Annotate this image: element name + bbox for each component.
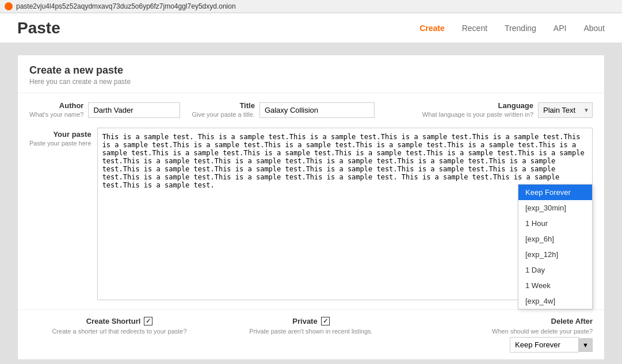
- author-field: Author What's your name?: [29, 101, 180, 118]
- card-header: Create a new paste Here you can create a…: [18, 55, 604, 93]
- delete-after-select-row: ▼: [510, 337, 593, 352]
- browser-icon: [5, 2, 13, 10]
- author-input[interactable]: [88, 102, 180, 118]
- form-top-row: Author What's your name? Title Give your…: [18, 93, 604, 118]
- title-label: Title: [192, 101, 254, 110]
- private-label-row: Private ✓: [292, 317, 329, 325]
- language-hint1: What language is your paste: [422, 111, 502, 118]
- author-label: Author: [29, 101, 83, 110]
- language-hint2: written in?: [505, 111, 533, 118]
- private-label: Private: [292, 317, 317, 325]
- main-content: Create a new paste Here you can create a…: [0, 43, 622, 364]
- language-field: Language What language is your paste wri…: [422, 101, 593, 118]
- site-logo: Paste: [17, 19, 60, 37]
- dropdown-item-4w[interactable]: [exp_4w]: [518, 293, 592, 309]
- dropdown-item-1w[interactable]: 1 Week: [518, 278, 592, 293]
- dropdown-item-12h[interactable]: [exp_12h]: [518, 247, 592, 262]
- title-bar: paste2vju4l4ps5z52aqydmxavq73duz5o6yp6fz…: [0, 0, 622, 13]
- card-title: Create a new paste: [29, 64, 593, 76]
- language-label-block: Language What language is your paste wri…: [422, 101, 533, 118]
- bottom-row: Create Shorturl ✓ Create a shorter url t…: [18, 309, 604, 359]
- top-nav: Paste Create Recent Trending API About: [0, 13, 622, 43]
- language-select[interactable]: Plain Text JavaScript Python HTML CSS PH…: [538, 102, 593, 118]
- card-subtitle: Here you can create a new paste: [29, 78, 593, 86]
- nav-api[interactable]: API: [554, 24, 567, 33]
- nav-trending[interactable]: Trending: [505, 24, 536, 33]
- shorturl-group: Create Shorturl ✓ Create a shorter url t…: [29, 317, 209, 335]
- language-label: Language: [422, 101, 533, 110]
- dropdown-item-keep-forever[interactable]: Keep Forever: [518, 185, 592, 200]
- dropdown-item-1h[interactable]: 1 Hour: [518, 216, 592, 231]
- delete-after-label: Delete After: [551, 317, 593, 325]
- title-input[interactable]: [260, 102, 375, 118]
- shorturl-hint: Create a shorter url that redirects to y…: [52, 328, 186, 335]
- delete-after-hint: When should we delete your paste?: [492, 328, 593, 335]
- title-field: Title Give your paste a title.: [192, 101, 374, 118]
- expiry-dropdown: Keep Forever [exp_30min] 1 Hour [exp_6h]…: [518, 184, 593, 309]
- paste-row: Your paste Paste your paste here This is…: [18, 128, 604, 309]
- private-checkbox[interactable]: ✓: [321, 317, 330, 325]
- nav-links: Create Recent Trending API About: [419, 24, 605, 33]
- paste-label: Your paste: [29, 130, 91, 139]
- nav-about[interactable]: About: [583, 24, 605, 33]
- private-check-icon: ✓: [323, 317, 328, 325]
- language-select-wrapper[interactable]: Plain Text JavaScript Python HTML CSS PH…: [538, 102, 593, 118]
- shorturl-checkbox[interactable]: ✓: [144, 317, 152, 325]
- author-hint: What's your name?: [29, 111, 83, 118]
- shorturl-label-row: Create Shorturl ✓: [86, 317, 153, 325]
- nav-create[interactable]: Create: [419, 24, 445, 33]
- shorturl-check-icon: ✓: [146, 317, 151, 325]
- shorturl-label: Create Shorturl: [86, 317, 141, 325]
- dropdown-item-1d[interactable]: 1 Day: [518, 262, 592, 278]
- delete-after-group: Delete After When should we delete your …: [413, 317, 593, 352]
- author-label-block: Author What's your name?: [29, 101, 83, 118]
- dropdown-item-30min[interactable]: [exp_30min]: [518, 200, 592, 216]
- private-hint: Private paste aren't shown in recent lis…: [249, 328, 372, 335]
- delete-after-input[interactable]: [510, 337, 579, 352]
- title-label-block: Title Give your paste a title.: [192, 101, 254, 118]
- private-group: Private ✓ Private paste aren't shown in …: [221, 317, 401, 335]
- paste-hint: Paste your paste here: [29, 140, 91, 147]
- url-display: paste2vju4l4ps5z52aqydmxavq73duz5o6yp6fz…: [16, 2, 236, 10]
- nav-recent[interactable]: Recent: [462, 24, 487, 33]
- paste-label-block: Your paste Paste your paste here: [29, 128, 91, 300]
- dropdown-item-6h[interactable]: [exp_6h]: [518, 231, 592, 247]
- create-paste-card: Create a new paste Here you can create a…: [17, 55, 605, 360]
- delete-after-dropdown-btn[interactable]: ▼: [579, 338, 593, 352]
- title-hint: Give your paste a title.: [192, 111, 254, 118]
